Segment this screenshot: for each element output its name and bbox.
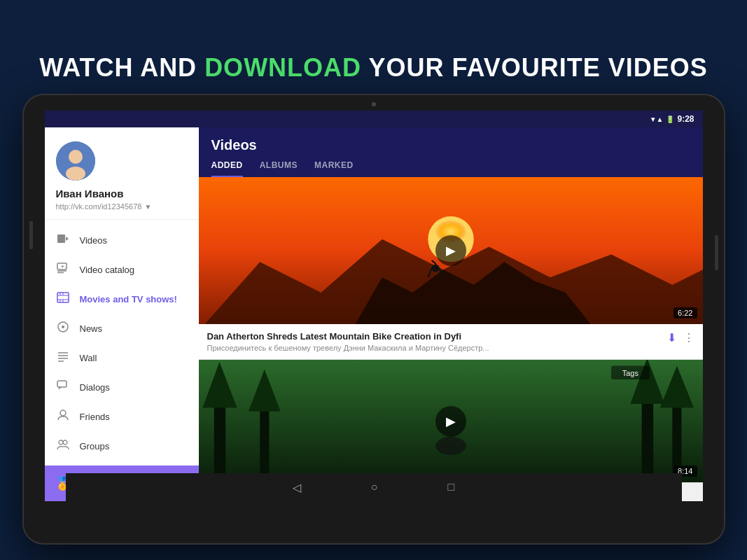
wall-icon — [56, 350, 70, 365]
hero-text-before: WATCH AND — [39, 53, 204, 82]
duration-badge-1: 6:22 — [673, 307, 697, 318]
wifi-icon: ▼▲ — [650, 115, 664, 123]
tab-added[interactable]: ADDED — [211, 160, 243, 177]
news-icon — [56, 321, 70, 336]
svg-rect-22 — [57, 381, 67, 387]
volume-button[interactable] — [29, 221, 33, 249]
sidebar-item-wall[interactable]: Wall — [45, 343, 199, 372]
sidebar-item-label-dialogs: Dialogs — [80, 382, 110, 393]
sidebar-item-label-friends: Friends — [80, 412, 110, 422]
sidebar-item-label-news: News — [80, 323, 103, 334]
play-button-1[interactable]: ▶ — [435, 235, 466, 266]
sidebar-item-friends[interactable]: Friends — [45, 402, 199, 431]
svg-marker-6 — [62, 265, 64, 267]
more-icon[interactable]: ⋮ — [683, 331, 694, 344]
friends-icon — [56, 409, 70, 424]
battery-icon: 🔋 — [666, 115, 674, 123]
groups-icon — [56, 438, 70, 454]
sidebar: Иван Иванов http://vk.com/id12345678 ▼ — [45, 127, 199, 501]
movies-icon — [56, 291, 70, 307]
sidebar-item-groups[interactable]: Groups — [45, 431, 199, 461]
nav-bar: ◁ ○ □ — [66, 473, 682, 501]
sidebar-item-dialogs[interactable]: Dialogs — [45, 372, 199, 402]
play-button-2[interactable]: ▶ — [435, 406, 466, 437]
profile-url-row: http://vk.com/id12345678 ▼ — [56, 202, 188, 211]
hero-title: WATCH AND DOWNLOAD YOUR FAVOURITE VIDEOS — [39, 53, 708, 83]
svg-text:Tags: Tags — [622, 369, 638, 377]
sidebar-item-search[interactable]: Search — [45, 461, 199, 465]
hero-text-after: YOUR FAVOURITE VIDEOS — [361, 53, 708, 82]
video-info-1: Dan Atherton Shreds Latest Mountain Bike… — [199, 324, 703, 359]
sidebar-item-label-wall: Wall — [80, 353, 97, 363]
sidebar-profile: Иван Иванов http://vk.com/id12345678 ▼ — [45, 127, 199, 220]
tab-marked[interactable]: MARKED — [314, 160, 354, 177]
home-button[interactable]: ○ — [371, 481, 378, 493]
status-time: 9:28 — [677, 114, 694, 124]
tablet-bezel: ▼▲ 🔋 9:28 — [24, 95, 724, 543]
profile-url: http://vk.com/id12345678 — [56, 202, 142, 211]
video-desc-1: Присоединитесь к бешеному тревелу Дэнни … — [207, 344, 660, 352]
main-title: Videos — [211, 137, 690, 153]
hero-highlight: DOWNLOAD — [204, 53, 361, 82]
video-thumbnail-2[interactable]: Tags ▶ 8:14 — [199, 360, 703, 482]
sidebar-menu: Videos Video catalog Movie — [45, 220, 199, 465]
sidebar-item-label-movies: Movies and TV shows! — [80, 294, 177, 304]
tablet-device: ▼▲ 🔋 9:28 — [24, 95, 724, 543]
profile-name: Иван Иванов — [56, 188, 188, 200]
videos-list: ▶ 6:22 Dan Atherton Shreds Latest Mounta… — [199, 177, 703, 501]
video-actions-1: ⬇ ⋮ — [667, 331, 694, 344]
app-content: Иван Иванов http://vk.com/id12345678 ▼ — [45, 127, 703, 501]
sidebar-item-label-groups: Groups — [80, 441, 110, 451]
sidebar-item-video-catalog[interactable]: Video catalog — [45, 255, 199, 284]
svg-point-25 — [63, 440, 67, 444]
video-card-2: Tags ▶ 8:14 — [199, 360, 703, 483]
video-thumbnail-1[interactable]: ▶ 6:22 — [199, 177, 703, 324]
video-title-1: Dan Atherton Shreds Latest Mountain Bike… — [207, 331, 660, 342]
sidebar-item-label-videos: Videos — [80, 235, 108, 246]
dialogs-icon — [56, 379, 70, 395]
svg-rect-3 — [57, 234, 65, 243]
sidebar-item-label-catalog: Video catalog — [80, 265, 135, 275]
svg-rect-38 — [260, 400, 269, 483]
status-bar: ▼▲ 🔋 9:28 — [45, 111, 703, 127]
sidebar-item-videos[interactable]: Videos — [45, 225, 199, 255]
svg-point-17 — [62, 326, 64, 328]
camera-dot — [372, 102, 376, 106]
svg-point-2 — [66, 167, 85, 181]
tabs-bar: ADDED ALBUMS MARKED — [211, 160, 690, 177]
video-text-1: Dan Atherton Shreds Latest Mountain Bike… — [207, 331, 660, 352]
video-catalog-icon — [56, 262, 70, 277]
status-icons: ▼▲ 🔋 9:28 — [650, 114, 694, 124]
tab-albums[interactable]: ALBUMS — [260, 160, 298, 177]
sidebar-item-news[interactable]: News — [45, 314, 199, 343]
svg-point-24 — [59, 440, 63, 444]
svg-marker-4 — [66, 237, 69, 241]
svg-point-44 — [435, 437, 466, 455]
main-header: Videos ADDED ALBUMS MARKED — [199, 127, 703, 177]
svg-point-1 — [69, 150, 83, 164]
tablet-screen: ▼▲ 🔋 9:28 — [45, 111, 703, 501]
power-button[interactable] — [715, 235, 718, 270]
sidebar-item-movies[interactable]: Movies and TV shows! — [45, 284, 199, 314]
back-button[interactable]: ◁ — [293, 481, 301, 494]
svg-point-23 — [60, 410, 66, 416]
dropdown-arrow-icon[interactable]: ▼ — [144, 203, 151, 211]
hero-section: WATCH AND DOWNLOAD YOUR FAVOURITE VIDEOS — [39, 0, 708, 83]
video-card-1: ▶ 6:22 Dan Atherton Shreds Latest Mounta… — [199, 177, 703, 360]
main-content: Videos ADDED ALBUMS MARKED — [199, 127, 703, 501]
video-icon — [56, 232, 70, 248]
recent-button[interactable]: □ — [448, 481, 455, 493]
avatar — [56, 141, 95, 181]
download-icon[interactable]: ⬇ — [667, 331, 676, 344]
